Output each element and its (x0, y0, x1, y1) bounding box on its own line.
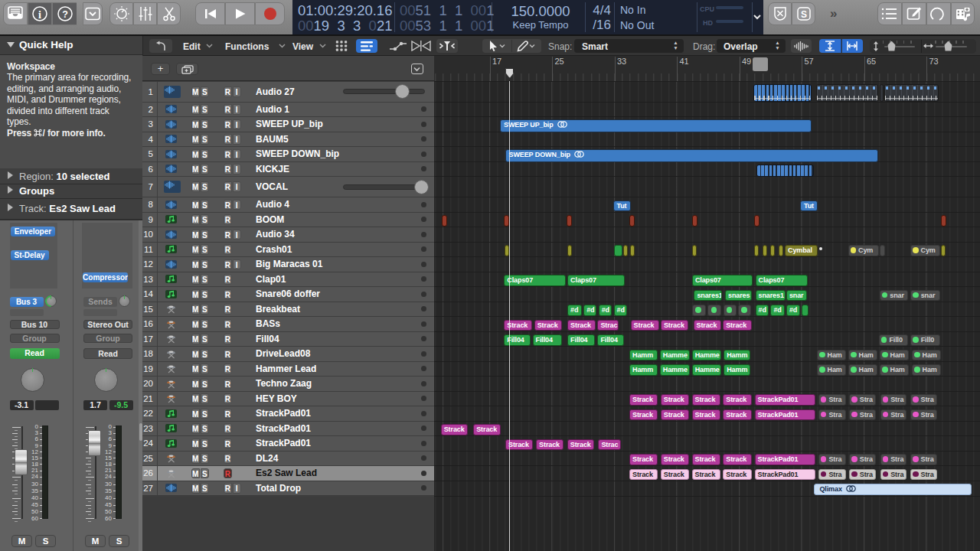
svg-text:?: ? (62, 9, 68, 20)
svg-text:S: S (800, 9, 806, 20)
svg-text:i: i (38, 9, 41, 21)
